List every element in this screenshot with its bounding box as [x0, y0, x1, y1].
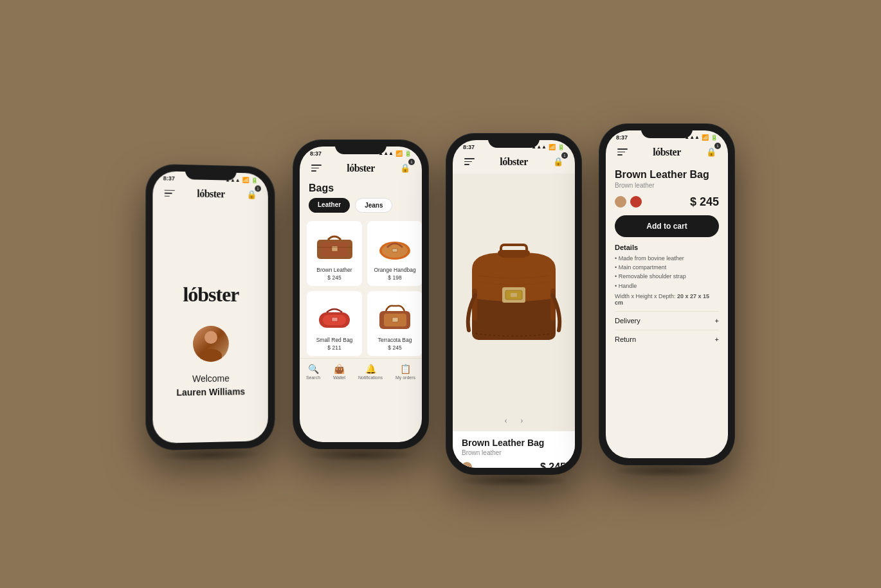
tab-leather[interactable]: Leather — [309, 198, 350, 213]
filter-tabs: Leather Jeans — [300, 198, 422, 219]
detail-item-3: • Handle — [615, 281, 719, 290]
product-card-brown[interactable]: Brown Leather $ 245 — [307, 221, 362, 286]
product-img-orange — [372, 227, 417, 263]
color-swatch-tan[interactable] — [615, 196, 626, 208]
product-name-1: Orange Handbag — [374, 267, 415, 273]
nav-search-2[interactable]: 🔍 Search — [306, 364, 320, 380]
product-detail-name: Brown Leather Bag — [462, 438, 566, 448]
filter-icon-3[interactable] — [462, 154, 477, 170]
delivery-expand-icon: + — [715, 317, 719, 325]
nav-notif-label: Notifications — [358, 375, 383, 380]
phone-bags-list: 8:37 ▲▲▲ 📶 🔋 lóbster 🔒 Bags — [293, 140, 428, 449]
product-detail-screen: ‹ › Brown Leather Bag Brown leather $ 24… — [453, 174, 575, 468]
tab-jeans[interactable]: Jeans — [355, 198, 392, 213]
bottom-nav-2: 🔍 Search 👜 Wallet 🔔 Notifications 📋 My o… — [300, 358, 422, 386]
detail-item-2: • Removable shoulder strap — [615, 272, 719, 281]
detail-product-sub: Brown leather — [615, 182, 719, 189]
product-name-0: Brown Leather — [316, 267, 352, 273]
product-price-3: $ 245 — [388, 344, 401, 351]
filter-icon[interactable] — [162, 185, 177, 201]
detail-content: Brown Leather Bag Brown leather $ 245 Ad… — [606, 164, 728, 458]
product-price-2: $ 211 — [327, 344, 341, 351]
cart-icon-2[interactable]: 🔒 — [397, 161, 413, 176]
add-to-cart-button[interactable]: Add to cart — [615, 215, 719, 237]
status-time: 8:37 — [163, 175, 175, 181]
battery-3: 🔋 — [558, 144, 565, 150]
app-header: lóbster 🔒 — [152, 183, 268, 206]
color-swatch-red[interactable] — [630, 196, 642, 208]
product-card-terracota[interactable]: Terracota Bag $ 245 — [367, 291, 422, 356]
status-time-4: 8:37 — [616, 134, 628, 141]
notch-3 — [488, 134, 540, 148]
product-name-2: Small Red Bag — [316, 337, 353, 343]
app-header-2: lóbster 🔒 — [300, 158, 422, 180]
product-img-terracota — [372, 298, 417, 333]
product-name-3: Terracota Bag — [378, 337, 412, 343]
details-title: Details — [615, 244, 719, 251]
battery-2: 🔋 — [404, 150, 412, 157]
wifi-4: 📶 — [702, 134, 709, 141]
app-logo-3: lóbster — [500, 156, 528, 168]
notch — [185, 165, 237, 181]
prev-arrow[interactable]: ‹ — [504, 416, 507, 426]
wifi-2: 📶 — [395, 150, 403, 157]
product-price-0: $ 245 — [327, 274, 341, 281]
delivery-row[interactable]: Delivery + — [615, 311, 719, 330]
return-expand-icon: + — [715, 335, 719, 343]
filter-icon-2[interactable] — [309, 161, 324, 176]
detail-product-name: Brown Leather Bag — [615, 169, 719, 181]
color-swatches — [615, 196, 642, 208]
wallet-nav-icon: 👜 — [334, 364, 345, 374]
product-main-image — [453, 174, 575, 411]
app-logo: lóbster — [197, 188, 224, 200]
search-nav-icon: 🔍 — [308, 364, 319, 374]
svg-rect-12 — [392, 317, 398, 322]
detail-price: $ 245 — [690, 195, 719, 209]
product-info-bottom: Brown Leather Bag Brown leather $ 245 — [453, 431, 575, 468]
wifi-icon: 📶 — [242, 177, 250, 183]
app-header-3: lóbster 🔒 — [453, 152, 575, 174]
status-time-2: 8:37 — [310, 150, 322, 157]
user-name: Lauren Williams — [176, 384, 245, 399]
product-card-orange[interactable]: Orange Handbag $ 198 — [367, 221, 422, 286]
welcome-text: Welcome Lauren Williams — [176, 371, 245, 398]
phones-container: 8:37 ▲▲▲ 📶 🔋 lóbster 🔒 lóbst — [147, 114, 734, 474]
return-row[interactable]: Return + — [615, 330, 719, 348]
svg-rect-6 — [392, 249, 397, 252]
color-swatch[interactable] — [462, 462, 472, 468]
filter-icon-4[interactable] — [615, 145, 630, 160]
price-row: $ 245 — [462, 461, 566, 468]
battery-icon: 🔋 — [251, 177, 258, 183]
cart-icon[interactable]: 🔒 — [244, 187, 259, 202]
app-logo-2: lóbster — [347, 163, 375, 174]
phone-product-detail: 8:37 ▲▲▲ 📶 🔋 lóbster 🔒 — [599, 124, 734, 465]
product-price-1: $ 198 — [388, 274, 401, 281]
color-price-row: $ 245 — [615, 195, 719, 209]
app-header-4: lóbster 🔒 — [606, 142, 728, 164]
delivery-label: Delivery — [615, 317, 640, 325]
nav-wallet-2[interactable]: 👜 Wallet — [333, 364, 345, 380]
status-time-3: 8:37 — [463, 144, 475, 150]
full-detail-screen: Brown Leather Bag Brown leather $ 245 Ad… — [606, 164, 728, 458]
nav-orders-2[interactable]: 📋 My orders — [395, 364, 415, 380]
next-arrow[interactable]: › — [520, 416, 523, 426]
welcome-logo: lóbster — [183, 282, 239, 306]
product-img-brown — [312, 227, 357, 263]
dimensions-text: Width x Height x Depth: 20 x 27 x 15 cm — [615, 293, 719, 306]
nav-notifications-2[interactable]: 🔔 Notifications — [358, 364, 383, 380]
nav-wallet-label: Wallet — [333, 375, 345, 380]
return-label: Return — [615, 335, 636, 343]
details-list: • Made from bovine leather • Main compar… — [615, 254, 719, 291]
product-detail-sub: Brown leather — [462, 449, 566, 456]
cart-icon-3[interactable]: 🔒 — [550, 154, 566, 170]
svg-rect-2 — [332, 246, 338, 251]
svg-rect-16 — [511, 293, 517, 297]
notch-2 — [335, 140, 386, 154]
cart-icon-4[interactable]: 🔒 — [704, 145, 719, 160]
products-grid: Brown Leather $ 245 Orange Handbag — [300, 219, 422, 358]
svg-rect-9 — [332, 317, 338, 321]
notch-4 — [641, 124, 693, 138]
battery-4: 🔋 — [711, 134, 718, 141]
product-card-red[interactable]: Small Red Bag $ 211 — [307, 291, 362, 356]
notif-nav-icon: 🔔 — [365, 364, 376, 374]
